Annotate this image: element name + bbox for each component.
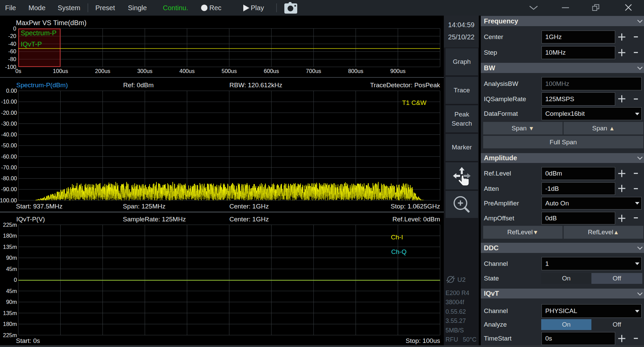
svg-text:-40: -40 [8,41,16,47]
svg-text:-50.00: -50.00 [1,142,17,148]
svg-text:Ref: 0dBm: Ref: 0dBm [123,81,154,89]
svg-text:-100.00: -100.00 [0,197,17,203]
svg-text:90m: 90m [6,255,17,261]
svg-text:700us: 700us [306,68,321,74]
svg-text:225m: 225m [3,332,17,338]
svg-text:600us: 600us [264,68,279,74]
svg-text:135m: 135m [3,244,17,250]
svg-text:Span: 125MHz: Span: 125MHz [123,203,166,210]
svg-text:Spectrum-P: Spectrum-P [21,29,57,37]
svg-text:800us: 800us [348,68,363,74]
svg-text:-60: -60 [8,48,16,54]
svg-text:45m: 45m [6,288,17,294]
svg-text:45m: 45m [6,266,17,272]
svg-text:Stop: 1.0625GHz: Stop: 1.0625GHz [391,203,440,210]
svg-text:Start: 937.5MHz: Start: 937.5MHz [16,203,62,210]
svg-text:-40.00: -40.00 [1,131,17,138]
svg-text:100us: 100us [53,68,68,74]
svg-text:400us: 400us [179,68,195,74]
svg-text:-100: -100 [5,64,16,70]
svg-text:MaxPwr VS Time(dBm): MaxPwr VS Time(dBm) [16,19,87,26]
svg-text:Ref.Level: 0dBm: Ref.Level: 0dBm [393,216,440,223]
svg-text:0: 0 [13,25,16,32]
svg-text:IQvT-P(V): IQvT-P(V) [16,216,45,223]
svg-text:-10.00: -10.00 [1,98,17,105]
svg-text:135m: 135m [3,310,17,316]
svg-text:500us: 500us [222,68,237,74]
svg-text:0: 0 [14,277,17,283]
svg-text:-80.00: -80.00 [1,175,17,181]
svg-text:IQvT-P: IQvT-P [21,40,42,48]
svg-text:Stop: 100us: Stop: 100us [406,337,440,344]
svg-text:200us: 200us [95,68,110,74]
svg-text:0s: 0s [15,68,21,74]
svg-text:90m: 90m [6,299,17,305]
svg-text:-90.00: -90.00 [1,186,17,192]
svg-text:900us: 900us [390,68,405,74]
svg-text:180m: 180m [3,321,17,327]
svg-text:-30.00: -30.00 [1,121,17,127]
svg-text:T1 C&W: T1 C&W [402,99,427,106]
svg-text:SampleRate: 125MHz: SampleRate: 125MHz [123,216,186,223]
svg-text:-60.00: -60.00 [1,153,17,160]
svg-text:225m: 225m [3,222,17,228]
svg-text:-80: -80 [8,56,16,62]
svg-text:-20: -20 [8,33,16,39]
svg-text:Spectrum-P(dBm): Spectrum-P(dBm) [16,81,68,89]
svg-text:RBW: 120.612kHz: RBW: 120.612kHz [229,81,282,89]
svg-text:0.00: 0.00 [6,88,17,94]
svg-text:180m: 180m [3,233,17,239]
svg-text:Center: 1GHz: Center: 1GHz [229,203,269,210]
svg-text:-70.00: -70.00 [1,164,17,170]
svg-text:300us: 300us [137,68,152,74]
svg-text:Ch-Q: Ch-Q [391,248,406,255]
svg-text:Ch-I: Ch-I [391,234,403,241]
svg-text:-20.00: -20.00 [1,110,17,116]
svg-text:Start: 0s: Start: 0s [16,337,40,344]
svg-text:Center: 1GHz: Center: 1GHz [229,216,269,223]
svg-text:TraceDetector: PosPeak: TraceDetector: PosPeak [370,81,440,89]
